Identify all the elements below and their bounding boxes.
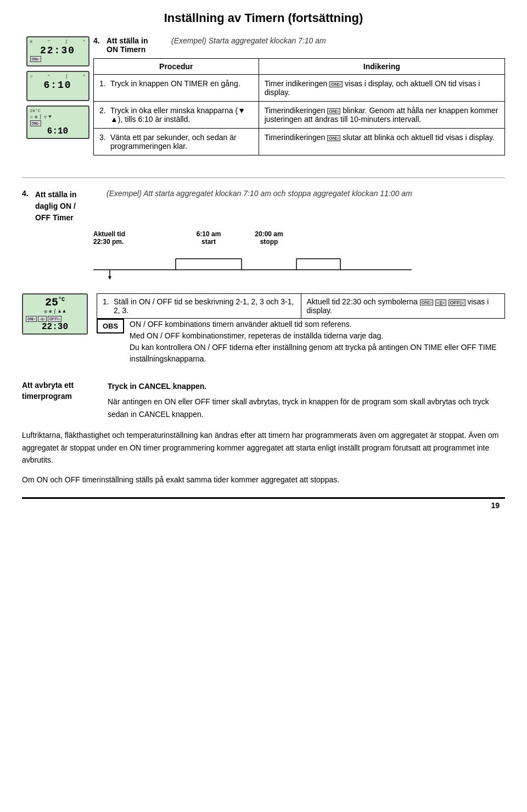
proc-text-wrapper-2: 2. Tryck in öka eller minska knapparna (… [99, 106, 253, 124]
timeline-labels: Aktuell tid 22:30 pm. 6:10 am start 20:0… [93, 230, 505, 246]
icon-s4-c: ∫ [53, 309, 56, 315]
icon-q2: " [48, 74, 51, 79]
section4-number: 4. [22, 189, 33, 198]
icon-q3: " [83, 74, 86, 79]
lcd-s4-display: 25°C ⊙ ❄ ∫ ▲ ▲ ON▷ ◁▷ OFF▷ 22:30 [22, 293, 88, 335]
section4-header: 4. Att ställa in daglig ON / OFF Timer (… [22, 189, 505, 224]
steps-content: 1. Ställ in ON / OFF tid se beskrivning … [97, 293, 505, 371]
section-on-timer-example: (Exempel) Starta aggregatet klockan 7:10… [171, 36, 326, 45]
icon-fan3: ∫ [39, 114, 42, 120]
indic-cell-2: Timerindikeringen ON▷ blinkar. Genom att… [259, 102, 504, 129]
obs-block: OBS ON / OFF kombinations timern använde… [97, 319, 505, 365]
cancel-section: Att avbryta ett timerprogram Tryck in CA… [22, 380, 505, 420]
page-title: Inställning av Timern (fortsättning) [22, 11, 505, 25]
timeline-diagram: Aktuell tid 22:30 pm. 6:10 am start 20:0… [22, 230, 505, 282]
arrow-bdg-inline: ◁▷ [435, 299, 446, 306]
step-1-num: 1. [99, 79, 110, 88]
obs-label: OBS [97, 319, 124, 333]
bottom-text-1: Luftriktarna, fläkthastighet och tempera… [22, 429, 505, 466]
step-3-text: Vänta ett par sekunder, och sedan är pro… [110, 133, 253, 151]
icon-arr1: ▽ [44, 114, 47, 120]
step-1-row: 1. Ställ in ON / OFF tid se beskrivning … [97, 294, 505, 319]
table-row: 3. Vänta ett par sekunder, och sedan är … [94, 129, 505, 155]
icon-vert2: ∫ [65, 74, 68, 79]
section-on-timer-number: 4. [93, 36, 104, 45]
tl-stop-text: 20:00 am [255, 230, 283, 238]
icon-arr2: ▼ [48, 114, 51, 120]
bottom-text-2: Om ON och OFF timerinställning ställs på… [22, 474, 505, 486]
icon-s4-b: ❄ [49, 309, 52, 315]
lcd-display-3: 28°C ☼ ❄ ∫ ▽ ▼ ON▷ 6:10 [26, 105, 89, 139]
icon-s4-d: ▲ [58, 309, 61, 315]
on-badge-1: ON▷ [329, 81, 343, 87]
proc-table-wrapper: 4. Att ställa in ON Timern (Exempel) Sta… [93, 36, 505, 166]
svg-marker-2 [108, 276, 111, 280]
cancel-text: Tryck in CANCEL knappen. När antingen en… [108, 380, 505, 420]
off-badge-s4: OFF▷ [48, 316, 61, 322]
lcd-s4-temp: 25°C [26, 296, 84, 309]
lcd-3-row1: 28°C [30, 108, 86, 113]
proc-cell-3: 3. Vänta ett par sekunder, och sedan är … [94, 129, 259, 155]
section-label-row: 4. Att ställa in ON Timern (Exempel) Sta… [93, 36, 505, 54]
lcd-3-on-indicator: ON▷ [30, 120, 41, 126]
col-procedure-header: Procedur [94, 59, 259, 75]
on-badge-3: ON▷ [327, 135, 340, 141]
section-on-timer-title: Att ställa in ON Timern [106, 36, 167, 54]
indic-2-text: Timerindikeringen ON▷ blinkar. Genom att… [265, 106, 498, 124]
step-2-num: 2. [99, 106, 110, 124]
section4-example: (Exempel) Att starta aggregatet klockan … [106, 189, 412, 198]
step-1-indic-cell: Aktuell tid 22:30 och symbolerna ON▷ ◁▷ … [301, 294, 505, 319]
icon-s4-e: ▲ [63, 309, 65, 315]
tl-current-label-text: Aktuell tid [93, 230, 125, 238]
page-number: 19 [22, 497, 505, 510]
lcd-s4-time: 22:30 [26, 322, 84, 332]
arrow-badge-s4: ◁▷ [38, 316, 47, 322]
icon-s4-a: ⊙ [44, 309, 47, 315]
steps-wrapper: 25°C ⊙ ❄ ∫ ▲ ▲ ON▷ ◁▷ OFF▷ 22:30 [22, 293, 505, 371]
table-row: 1. Tryck in knappen ON TIMER en gång. Ti… [94, 75, 505, 102]
indic-1-text: Timer indikeringen ON▷ visas i display, … [265, 79, 480, 97]
section-on-timer: ≋ " ∫ " 22:30 ON▷ ☼ " ∫ " 6:10 28° [22, 36, 505, 166]
step-1-table: 1. Ställ in ON / OFF tid se beskrivning … [97, 293, 505, 319]
tl-current-time: 22:30 pm. [93, 238, 124, 246]
section-divider [22, 177, 505, 178]
tl-stop-sub: stopp [260, 238, 278, 246]
icon-wave2: " [83, 39, 86, 44]
tl-start-sub: start [201, 238, 216, 246]
icon-snowflake: " [48, 39, 51, 44]
lcd-display-2: ☼ " ∫ " 6:10 [26, 71, 89, 101]
indic-3-text: Timerindikeringen ON▷ slutar att blinka … [265, 133, 495, 142]
obs-line-3: Du kan kontrollera ON / OFF tiderna efte… [130, 342, 505, 365]
bottom-para-2: Om ON och OFF timerinställning ställs på… [22, 474, 505, 486]
cancel-title: Att avbryta ett timerprogram [22, 381, 74, 401]
display-images: ≋ " ∫ " 22:30 ON▷ ☼ " ∫ " 6:10 28° [22, 36, 93, 139]
proc-cell-1: 1. Tryck in knappen ON TIMER en gång. [94, 75, 259, 102]
obs-text: ON / OFF kombinations timern använder ak… [130, 319, 505, 365]
lcd-1-bottom: ON▷ [30, 56, 86, 62]
step-1-text: Tryck in knappen ON TIMER en gång. [110, 79, 240, 88]
proc-cell-2: 2. Tryck in öka eller minska knapparna (… [94, 102, 259, 129]
proc-text-wrapper-1: 1. Tryck in knappen ON TIMER en gång. [99, 79, 253, 88]
on-badge-s4: ON▷ [26, 316, 37, 322]
section-on-off-timer: 4. Att ställa in daglig ON / OFF Timer (… [22, 189, 505, 486]
icon-snow3: ❄ [35, 114, 37, 120]
on-indicator: ON▷ [30, 56, 41, 62]
timeline-svg [93, 248, 423, 281]
lcd-1-top-icons: ≋ " ∫ " [30, 39, 86, 44]
proc-text-wrapper-3: 3. Vänta ett par sekunder, och sedan är … [99, 133, 253, 151]
timeline-current-label: Aktuell tid 22:30 pm. [93, 230, 181, 246]
cancel-text-2: När antingen en ON eller OFF timer skall… [108, 396, 505, 420]
lcd-display-1: ≋ " ∫ " 22:30 ON▷ [26, 36, 89, 66]
step-2-text: Tryck in öka eller minska knapparna (▼ ▲… [110, 106, 253, 124]
lcd-3-temp: 28°C [30, 108, 41, 113]
obs-line-1: ON / OFF kombinations timern använder ak… [130, 319, 505, 330]
step1-indic-text: Aktuell tid 22:30 och symbolerna ON▷ ◁▷ … [307, 297, 489, 315]
timeline-start-label: 6:10 am start [181, 230, 236, 246]
off-bdg-inline: OFF▷ [448, 299, 466, 306]
timeline-stop-label: 20:00 am stopp [236, 230, 302, 246]
cancel-text-1: Tryck in CANCEL knappen. [108, 380, 505, 392]
lcd-2-time: 6:10 [30, 80, 86, 91]
step-1-proc-cell: 1. Ställ in ON / OFF tid se beskrivning … [97, 294, 301, 319]
col-indication-header: Indikering [259, 59, 504, 75]
procedure-table: Procedur Indikering 1. Tryck in knappen … [93, 58, 505, 155]
